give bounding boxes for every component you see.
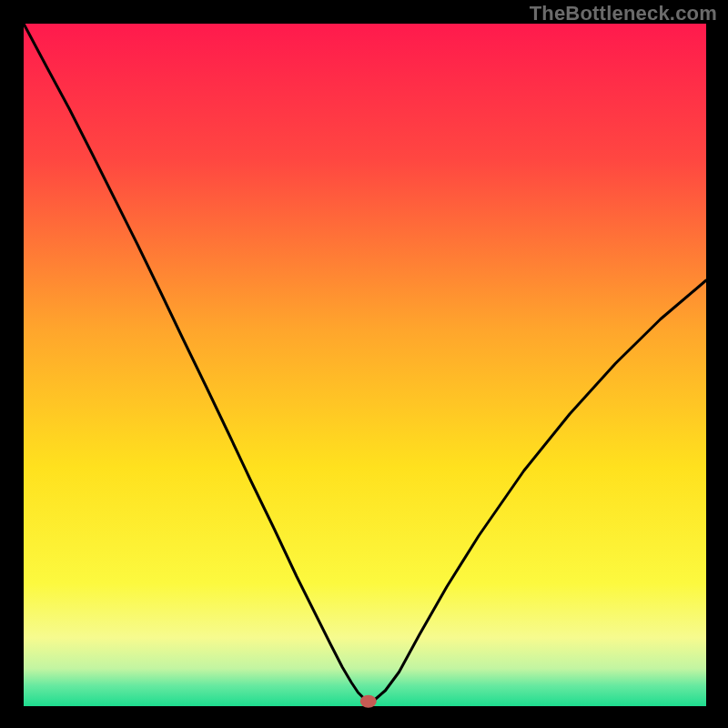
chart-container: TheBottleneck.com [0, 0, 728, 728]
chart-svg [0, 0, 728, 728]
chart-background [24, 24, 706, 706]
watermark-text: TheBottleneck.com [530, 2, 717, 25]
bottleneck-marker [360, 695, 377, 708]
